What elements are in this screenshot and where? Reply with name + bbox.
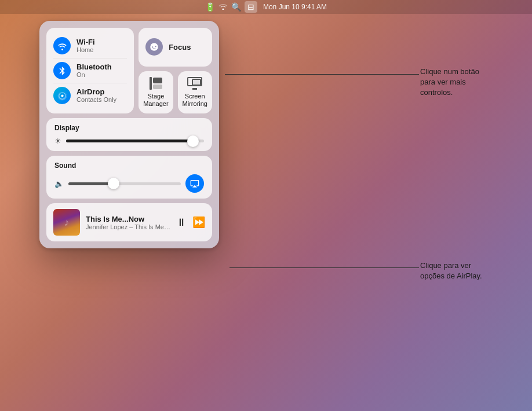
screen-mirroring-icon	[187, 77, 202, 90]
menu-bar-datetime: 🔋 🔍 ⊟ Mon Jun 10 9:41 AM	[205, 1, 327, 13]
brightness-slider-row: ☀	[54, 137, 204, 145]
wifi-icon	[53, 37, 71, 54]
volume-track[interactable]	[68, 182, 181, 185]
sound-row: 🔈	[54, 174, 204, 193]
sound-panel: Sound 🔈	[46, 156, 212, 199]
airdrop-icon-bg	[53, 87, 71, 104]
brightness-fill	[66, 140, 193, 142]
top-row: Wi-Fi Home Bluetooth On	[46, 28, 212, 113]
annotation-second-text: Clique para ver opções de AirPlay.	[420, 261, 482, 280]
now-playing-text: This Is Me...Now Jennifer Lopez – This I…	[86, 215, 170, 230]
album-art: ♪	[53, 209, 80, 236]
control-center-panel: Wi-Fi Home Bluetooth On	[39, 21, 219, 248]
volume-icon: 🔈	[54, 179, 64, 188]
display-panel: Display ☀	[46, 118, 212, 151]
brightness-track[interactable]	[66, 140, 204, 142]
annotation-first-text: Clique num botão para ver mais controlos…	[420, 67, 479, 97]
focus-panel[interactable]: Focus	[139, 28, 212, 67]
network-panel: Wi-Fi Home Bluetooth On	[46, 28, 134, 113]
stage-manager-button[interactable]: Stage Manager	[139, 71, 173, 113]
annotation-line-2	[229, 267, 419, 268]
album-art-image: ♪	[53, 209, 80, 236]
focus-label: Focus	[169, 43, 191, 52]
now-playing-title: This Is Me...Now	[86, 215, 170, 223]
playback-controls: ⏸ ⏩	[176, 216, 205, 229]
svg-text:♪: ♪	[64, 216, 70, 228]
right-col: Focus Stage Manager	[139, 28, 212, 113]
screen-mirroring-button[interactable]: Screen Mirroring	[178, 71, 212, 113]
pause-button[interactable]: ⏸	[176, 216, 187, 229]
airdrop-text: AirDrop Contacts Only	[76, 87, 116, 104]
annotation-second: Clique para ver opções de AirPlay.	[420, 260, 510, 281]
now-playing-panel: ♪ This Is Me...Now Jennifer Lopez – This…	[46, 203, 212, 241]
annotation-first: Clique num botão para ver mais controlos…	[420, 67, 510, 98]
bluetooth-icon-bg	[53, 62, 71, 79]
bluetooth-name: Bluetooth	[76, 63, 112, 72]
menu-bar-time: Mon Jun 10 9:41 AM	[263, 3, 327, 11]
stage-manager-icon	[150, 77, 162, 90]
airdrop-name: AirDrop	[76, 87, 116, 97]
wifi-menubar-icon[interactable]	[218, 2, 228, 12]
svg-point-0	[61, 94, 63, 97]
stage-manager-label: Stage Manager	[143, 93, 168, 108]
display-label: Display	[54, 124, 204, 132]
control-center-menubar-icon[interactable]: ⊟	[245, 1, 257, 13]
brightness-thumb[interactable]	[187, 135, 199, 147]
airdrop-item[interactable]: AirDrop Contacts Only	[53, 83, 127, 108]
focus-icon	[145, 38, 163, 56]
fast-forward-button[interactable]: ⏩	[192, 216, 205, 229]
brightness-icon: ☀	[54, 137, 61, 145]
bluetooth-item[interactable]: Bluetooth On	[53, 58, 127, 83]
search-menubar-icon[interactable]: 🔍	[231, 2, 241, 12]
volume-thumb[interactable]	[108, 178, 119, 189]
battery-icon: 🔋	[205, 2, 215, 12]
annotation-line-1	[225, 74, 419, 75]
bottom-buttons: Stage Manager Screen Mirroring	[139, 71, 212, 113]
wifi-name: Wi-Fi	[76, 38, 95, 47]
airplay-button[interactable]	[185, 174, 204, 193]
wifi-item[interactable]: Wi-Fi Home	[53, 34, 127, 58]
menu-bar: 🔋 🔍 ⊟ Mon Jun 10 9:41 AM	[0, 0, 532, 14]
screen-mirroring-label: Screen Mirroring	[183, 93, 207, 108]
volume-fill	[68, 182, 114, 185]
wifi-text: Wi-Fi Home	[76, 38, 95, 54]
sound-label: Sound	[54, 162, 204, 170]
bluetooth-text: Bluetooth On	[76, 63, 112, 79]
now-playing-artist: Jennifer Lopez – This Is Me...Now	[86, 223, 170, 230]
bluetooth-status: On	[76, 71, 112, 79]
wifi-status: Home	[76, 46, 95, 54]
airdrop-status: Contacts Only	[76, 96, 116, 104]
